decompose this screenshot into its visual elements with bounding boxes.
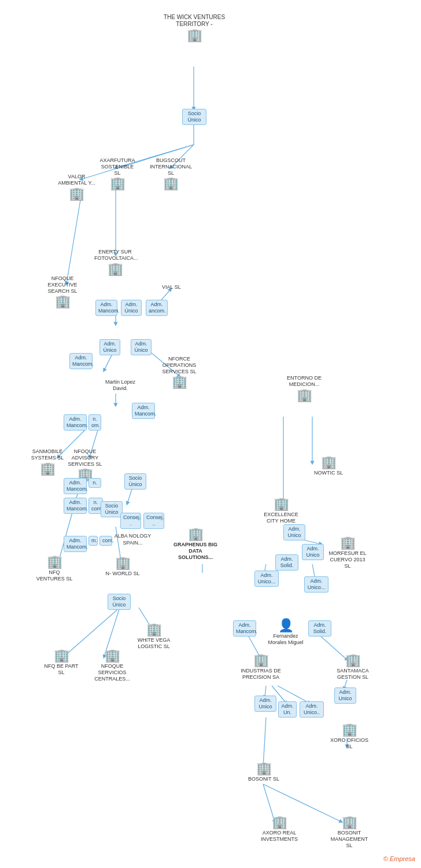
socio-unico-badge-3: SocioÚnico <box>101 501 123 517</box>
graphenus-icon: 🏢 <box>188 527 204 542</box>
white-vega-icon: 🏢 <box>146 622 162 637</box>
nfoque-executive-icon: 🏢 <box>55 294 71 309</box>
entorno-medicion-node: ENTORNO DE MEDICION... 🏢 <box>283 375 325 403</box>
adm-mancom-badge-m2: m. <box>88 536 98 546</box>
enerty-sur-icon: 🏢 <box>108 262 123 277</box>
adm-mancom-badge-f: Adm.Mancom. <box>64 478 87 494</box>
xoro-oficios-node: 🏢 XORO OFICIOS SL <box>330 722 369 750</box>
enerty-sur-node: ENERTY SUR FOTOVOLTAICA... 🏢 <box>94 249 136 277</box>
wick-ventures-label: THE WICK VENTURES TERRITORY - 🏢 <box>160 14 229 43</box>
adm-unico-badge-j: Adm.Unico <box>334 687 356 704</box>
nforce-ops-node: NFORCE OPERATIONS SERVICES SL 🏢 <box>156 356 202 390</box>
valor-ambiental-node: VALOR AMBIENTAL Y... 🏢 <box>58 174 95 201</box>
morfesur-node: 🏢 MORFESUR EL CUERVO 2013 SL <box>327 535 368 569</box>
axarfutura-node: AXARFUTURA SOSTENIBLE SL 🏢 <box>97 157 138 192</box>
adm-mancom-badge-d: Adm.Mancom. <box>132 403 155 419</box>
svg-line-32 <box>263 718 266 767</box>
axoro-real-icon: 🏢 <box>272 815 287 830</box>
sanmobile-icon: 🏢 <box>40 461 56 476</box>
bosonit-node: 🏢 BOSONIT SL <box>244 761 283 782</box>
alba-nology-label: ALBA NOLOGY SPAIN... <box>114 532 152 546</box>
n-world-icon: 🏢 <box>115 556 131 571</box>
xoro-oficios-icon: 🏢 <box>342 722 357 737</box>
adm-unico-badge-d: Adm.Unico <box>283 524 305 540</box>
bugscout-node: BUGSCOUT INTERNACIONAL SL 🏢 <box>149 157 193 192</box>
excellence-city-icon: 🏢 <box>274 496 289 512</box>
martin-lopez-node: Martin Lopez David. <box>103 379 138 392</box>
bosonit-icon: 🏢 <box>256 761 272 776</box>
valor-ambiental-icon: 🏢 <box>69 186 84 201</box>
consej-badge-a: Consej.. <box>120 513 141 529</box>
adm-mancom-badge-i: Adm.Mancom. <box>233 620 256 637</box>
white-vega-node: 🏢 WHITE VEGA LOGISTIC SL <box>133 622 175 650</box>
adm-unico-badge-i: Adm.Unico.. <box>300 701 324 718</box>
sanmobile-node: SANMOBILE SYSTEMS SL 🏢 <box>28 448 67 476</box>
nfq-ventures-icon: 🏢 <box>47 554 62 569</box>
bosonit-mgmt-icon: 🏢 <box>342 815 357 830</box>
diagram-container: THE WICK VENTURES TERRITORY - 🏢 SocioÚni… <box>0 0 421 868</box>
socio-unico-badge-1: SocioÚnico <box>182 109 206 125</box>
nfoque-advisory-node: NFOQUE ADVISORY SERVICES SL 🏢 <box>65 448 105 483</box>
wick-ventures-icon: 🏢 <box>187 28 202 43</box>
nfoque-servicios-icon: 🏢 <box>105 648 120 663</box>
entorno-medicion-icon: 🏢 <box>297 388 312 403</box>
vial-sl-label: VIAL SL <box>162 284 181 290</box>
nfq-ventures-node: 🏢 NFQ VENTURES SL <box>35 554 74 582</box>
adm-unico-badge-f: Adm.Unico... <box>254 571 279 587</box>
svg-line-30 <box>278 686 309 703</box>
axarfutura-icon: 🏢 <box>110 176 125 191</box>
nfq-be-part-icon: 🏢 <box>54 648 69 663</box>
industrias-node: 🏢 INDUSTRIAS DE PRECISION SA <box>240 653 282 681</box>
nfoque-servicios-node: 🏢 NFOQUE SERVICIOS CENTRALES... <box>91 648 133 682</box>
adm-mancom-badge-b: Adm.ancom. <box>146 300 168 316</box>
axoro-real-node: 🏢 AXORO REAL INVESTMENTS <box>258 815 300 843</box>
adm-unico-badge-a: Adm.Único <box>121 300 142 316</box>
nowtic-node: 🏢 NOWTIC SL <box>311 455 346 476</box>
nfoque-executive-node: NFOQUE EXECUTIVE SEARCH SL 🏢 <box>42 275 83 310</box>
adm-solid-badge-b: Adm.Solid. <box>308 620 331 637</box>
adm-solid-badge-a: Adm.Solid. <box>275 554 298 571</box>
adm-mancom-badge-h: Adm.Mancom. <box>64 536 87 552</box>
bosonit-mgmt-node: 🏢 BOSONIT MANAGEMENT SL <box>328 815 370 849</box>
adm-mancom-badge-a: Adm.Mancom. <box>95 300 117 316</box>
nowtic-icon: 🏢 <box>321 455 337 470</box>
nforce-ops-icon: 🏢 <box>172 374 187 389</box>
socio-unico-badge-2: SocioÚnico <box>124 473 146 490</box>
adm-mancom-badge-com: com. <box>99 536 112 546</box>
svg-line-6 <box>67 197 81 284</box>
santamaca-node: 🏢 SANTAMACA GESTION SL <box>332 653 374 681</box>
excellence-city-node: 🏢 EXCELLENCE CITY HOME <box>260 496 302 524</box>
copyright: © Empresa <box>383 855 415 862</box>
adm-un-badge: Adm.Un. <box>278 701 297 718</box>
adm-unico-badge-h: Adm.Unico <box>254 696 276 712</box>
graphenus-node: 🏢 GRAPHENUS BIG DATA SOLUTIONS... <box>172 527 219 561</box>
consej-badge-b: Consej... <box>143 513 164 529</box>
adm-mancom-badge-g: Adm.Mancom. <box>64 498 87 514</box>
morfesur-icon: 🏢 <box>340 535 356 550</box>
adm-mancom-badge-c: Adm.Mancom. <box>69 353 93 369</box>
industrias-icon: 🏢 <box>253 653 269 668</box>
fernandez-morales-node: 👤 Fernandez Morales Miguel <box>265 618 306 646</box>
santamaca-icon: 🏢 <box>345 653 361 668</box>
adm-unico-badge-c: Adm.Único <box>131 339 152 355</box>
adm-mancom-badge-n: n. <box>88 478 101 488</box>
socio-unico-badge-4: SocioÚnico <box>108 594 131 610</box>
adm-unico-badge-e: Adm.Unico <box>302 544 324 560</box>
adm-mancom-badge-om: n.om. <box>88 414 101 431</box>
adm-mancom-badge-e: Adm.Mancom. <box>64 414 87 431</box>
adm-unico-badge-b: Adm.Único <box>99 339 120 355</box>
bugscout-icon: 🏢 <box>163 176 179 191</box>
adm-unico-badge-g: Adm.Unico... <box>304 576 328 593</box>
nfq-be-part-node: 🏢 NFQ BE PART SL <box>42 648 81 676</box>
n-world-node: 🏢 N- WORLD SL <box>103 556 142 577</box>
